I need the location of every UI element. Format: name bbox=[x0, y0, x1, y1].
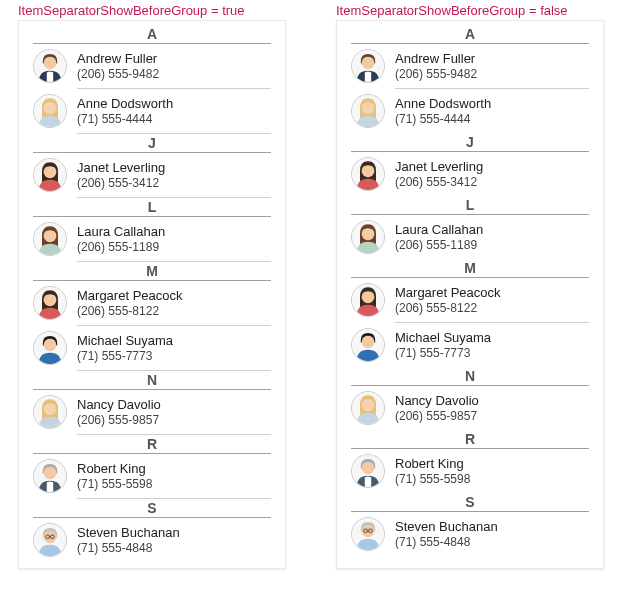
contact-phone: (71) 555-5598 bbox=[77, 477, 152, 491]
contact-info: Anne Dodsworth(71) 555-4444 bbox=[77, 96, 173, 126]
caption-right: ItemSeparatorShowBeforeGroup = false bbox=[336, 0, 604, 20]
svg-point-11 bbox=[44, 338, 57, 351]
group-header: A bbox=[19, 25, 285, 43]
list-item[interactable]: Laura Callahan(206) 555-1189 bbox=[337, 215, 603, 259]
avatar bbox=[33, 286, 67, 320]
list-item[interactable]: Andrew Fuller(206) 555-9482 bbox=[19, 44, 285, 88]
list-item[interactable]: Janet Leverling(206) 555-3412 bbox=[19, 153, 285, 197]
contact-phone: (71) 555-7773 bbox=[395, 346, 491, 360]
avatar bbox=[33, 331, 67, 365]
contact-info: Anne Dodsworth(71) 555-4444 bbox=[395, 96, 491, 126]
contact-phone: (206) 555-8122 bbox=[395, 301, 501, 315]
svg-point-32 bbox=[362, 335, 375, 348]
avatar bbox=[33, 523, 67, 557]
list-item[interactable]: Steven Buchanan(71) 555-4848 bbox=[337, 512, 603, 556]
group-header: R bbox=[19, 435, 285, 453]
contact-phone: (71) 555-4848 bbox=[395, 535, 498, 549]
contact-phone: (206) 555-1189 bbox=[77, 240, 165, 254]
svg-point-22 bbox=[362, 56, 375, 69]
contact-phone: (206) 555-9482 bbox=[395, 67, 477, 81]
contact-phone: (206) 555-3412 bbox=[395, 175, 483, 189]
contact-info: Margaret Peacock(206) 555-8122 bbox=[77, 288, 183, 318]
avatar bbox=[351, 283, 385, 317]
columns: A Andrew Fuller(206) 555-9482 Anne Dodsw… bbox=[0, 20, 622, 579]
list-item[interactable]: Michael Suyama(71) 555-7773 bbox=[337, 323, 603, 367]
contact-info: Margaret Peacock(206) 555-8122 bbox=[395, 285, 501, 315]
avatar bbox=[33, 222, 67, 256]
contact-info: Andrew Fuller(206) 555-9482 bbox=[395, 51, 477, 81]
svg-point-36 bbox=[362, 461, 375, 474]
group-header: A bbox=[337, 25, 603, 43]
contact-info: Andrew Fuller(206) 555-9482 bbox=[77, 51, 159, 81]
avatar bbox=[351, 220, 385, 254]
contact-phone: (206) 555-9482 bbox=[77, 67, 159, 81]
contact-phone: (206) 555-9857 bbox=[395, 409, 479, 423]
contact-phone: (206) 555-9857 bbox=[77, 413, 161, 427]
list-item[interactable]: Nancy Davolio(206) 555-9857 bbox=[337, 386, 603, 430]
list-item[interactable]: Margaret Peacock(206) 555-8122 bbox=[337, 278, 603, 322]
contact-name: Nancy Davolio bbox=[395, 393, 479, 408]
contact-name: Nancy Davolio bbox=[77, 397, 161, 412]
contact-name: Laura Callahan bbox=[77, 224, 165, 239]
contact-phone: (71) 555-5598 bbox=[395, 472, 470, 486]
list-item[interactable]: Nancy Davolio(206) 555-9857 bbox=[19, 390, 285, 434]
contact-name: Janet Leverling bbox=[395, 159, 483, 174]
avatar bbox=[33, 395, 67, 429]
contact-name: Michael Suyama bbox=[77, 333, 173, 348]
contact-phone: (206) 555-8122 bbox=[77, 304, 183, 318]
group-header: J bbox=[19, 134, 285, 152]
contact-phone: (71) 555-4444 bbox=[77, 112, 173, 126]
caption-left: ItemSeparatorShowBeforeGroup = true bbox=[18, 0, 286, 20]
group-header: L bbox=[337, 196, 603, 214]
svg-point-1 bbox=[44, 56, 57, 69]
contact-phone: (71) 555-7773 bbox=[77, 349, 173, 363]
avatar bbox=[33, 459, 67, 493]
contact-info: Laura Callahan(206) 555-1189 bbox=[77, 224, 165, 254]
contact-name: Anne Dodsworth bbox=[395, 96, 491, 111]
contact-info: Steven Buchanan(71) 555-4848 bbox=[77, 525, 180, 555]
svg-point-15 bbox=[44, 466, 57, 479]
contact-info: Steven Buchanan(71) 555-4848 bbox=[395, 519, 498, 549]
list-item[interactable]: Laura Callahan(206) 555-1189 bbox=[19, 217, 285, 261]
contact-name: Janet Leverling bbox=[77, 160, 165, 175]
contact-name: Michael Suyama bbox=[395, 330, 491, 345]
list-item[interactable]: Margaret Peacock(206) 555-8122 bbox=[19, 281, 285, 325]
contact-info: Janet Leverling(206) 555-3412 bbox=[395, 159, 483, 189]
contact-info: Michael Suyama(71) 555-7773 bbox=[77, 333, 173, 363]
avatar bbox=[351, 517, 385, 551]
contact-name: Steven Buchanan bbox=[77, 525, 180, 540]
contact-info: Michael Suyama(71) 555-7773 bbox=[395, 330, 491, 360]
contact-name: Steven Buchanan bbox=[395, 519, 498, 534]
group-header: M bbox=[337, 259, 603, 277]
contact-info: Robert King(71) 555-5598 bbox=[77, 461, 152, 491]
contact-name: Margaret Peacock bbox=[395, 285, 501, 300]
avatar bbox=[351, 391, 385, 425]
avatar bbox=[351, 94, 385, 128]
list-item[interactable]: Michael Suyama(71) 555-7773 bbox=[19, 326, 285, 370]
contact-phone: (206) 555-1189 bbox=[395, 238, 483, 252]
group-header: S bbox=[337, 493, 603, 511]
avatar bbox=[351, 454, 385, 488]
list-item[interactable]: Robert King(71) 555-5598 bbox=[337, 449, 603, 493]
contact-info: Janet Leverling(206) 555-3412 bbox=[77, 160, 165, 190]
contact-info: Nancy Davolio(206) 555-9857 bbox=[77, 397, 161, 427]
avatar bbox=[33, 49, 67, 83]
contact-name: Anne Dodsworth bbox=[77, 96, 173, 111]
avatar bbox=[351, 328, 385, 362]
list-item[interactable]: Anne Dodsworth(71) 555-4444 bbox=[337, 89, 603, 133]
group-header: L bbox=[19, 198, 285, 216]
group-header: N bbox=[337, 367, 603, 385]
contacts-panel: A Andrew Fuller(206) 555-9482 Anne Dodsw… bbox=[336, 20, 604, 569]
contact-name: Laura Callahan bbox=[395, 222, 483, 237]
contact-name: Robert King bbox=[395, 456, 470, 471]
group-header: S bbox=[19, 499, 285, 517]
contact-phone: (206) 555-3412 bbox=[77, 176, 165, 190]
list-item[interactable]: Steven Buchanan(71) 555-4848 bbox=[19, 518, 285, 562]
contact-info: Robert King(71) 555-5598 bbox=[395, 456, 470, 486]
contact-name: Robert King bbox=[77, 461, 152, 476]
list-item[interactable]: Janet Leverling(206) 555-3412 bbox=[337, 152, 603, 196]
contacts-panel: A Andrew Fuller(206) 555-9482 Anne Dodsw… bbox=[18, 20, 286, 569]
list-item[interactable]: Anne Dodsworth(71) 555-4444 bbox=[19, 89, 285, 133]
list-item[interactable]: Robert King(71) 555-5598 bbox=[19, 454, 285, 498]
list-item[interactable]: Andrew Fuller(206) 555-9482 bbox=[337, 44, 603, 88]
